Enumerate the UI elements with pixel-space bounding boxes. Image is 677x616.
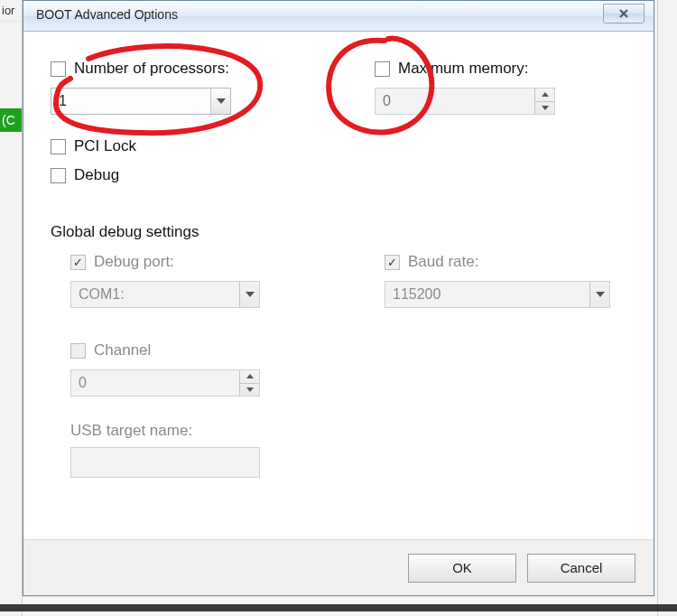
pci-lock-checkbox-row[interactable]: PCI Lock (51, 135, 302, 158)
dialog-button-bar: OK Cancel (23, 539, 654, 595)
channel-label: Channel (94, 341, 151, 359)
usb-target-input (70, 447, 260, 478)
spin-down-button (240, 384, 259, 397)
spin-up-button[interactable] (535, 89, 554, 102)
chevron-up-icon (246, 374, 254, 378)
ok-button[interactable]: OK (408, 554, 516, 583)
num-processors-combo[interactable]: 1 (51, 88, 231, 115)
chevron-down-icon (246, 387, 254, 392)
max-memory-value: 0 (383, 93, 391, 109)
num-processors-label: Number of processors: (74, 60, 229, 78)
baud-rate-label: Baud rate: (408, 253, 478, 271)
pci-lock-checkbox[interactable] (51, 139, 66, 154)
num-processors-checkbox[interactable] (51, 61, 66, 77)
baud-rate-combo: 115200 (385, 281, 610, 308)
titlebar[interactable]: BOOT Advanced Options (23, 1, 654, 32)
obscured-left-strip: ior (0, 0, 23, 616)
global-debug-heading: Global debug settings (51, 223, 626, 241)
max-memory-group: Maximum memory: 0 (375, 57, 626, 187)
baud-rate-checkbox (385, 255, 400, 270)
pci-lock-label: PCI Lock (74, 137, 136, 155)
spin-up-button (240, 370, 259, 384)
baud-rate-group: Baud rate: 115200 (385, 250, 626, 478)
chevron-down-icon[interactable] (210, 89, 230, 114)
debug-port-value: COM1: (79, 286, 125, 303)
num-processors-group: Number of processors: 1 PCI Lock (51, 57, 302, 187)
debug-checkbox-row[interactable]: Debug (51, 163, 302, 187)
debug-port-label: Debug port: (94, 253, 174, 271)
debug-port-combo: COM1: (70, 281, 260, 308)
chevron-down-icon (589, 282, 609, 307)
obscured-green-accent: (C (0, 108, 22, 132)
max-memory-checkbox-row[interactable]: Maximum memory: (375, 57, 626, 80)
channel-checkbox (70, 343, 86, 359)
debug-port-group: Debug port: COM1: Channel (70, 250, 312, 478)
max-memory-label: Maximum memory: (398, 60, 529, 78)
max-memory-spinner[interactable]: 0 (375, 88, 555, 115)
debug-port-checkbox (70, 255, 86, 270)
boot-advanced-options-dialog: BOOT Advanced Options Number of processo… (23, 0, 654, 596)
dialog-title: BOOT Advanced Options (36, 7, 178, 22)
obscured-right-strip (657, 0, 677, 616)
chevron-up-icon (542, 92, 549, 97)
cancel-button[interactable]: Cancel (527, 554, 635, 583)
obscured-bottom-bar (0, 604, 677, 611)
chevron-down-icon (239, 282, 259, 307)
usb-target-label: USB target name: (70, 422, 312, 440)
close-icon (618, 8, 629, 19)
chevron-down-icon (542, 106, 549, 110)
max-memory-checkbox[interactable] (375, 61, 390, 77)
debug-label: Debug (74, 166, 119, 184)
baud-rate-value: 115200 (393, 286, 441, 303)
spin-down-button[interactable] (535, 102, 554, 115)
debug-checkbox[interactable] (51, 168, 66, 183)
channel-spinner: 0 (70, 369, 260, 397)
dialog-client-area: Number of processors: 1 PCI Lock (23, 32, 654, 595)
baud-rate-checkbox-row: Baud rate: (385, 250, 626, 274)
channel-checkbox-row: Channel (70, 339, 312, 362)
num-processors-value: 1 (59, 93, 67, 109)
close-button[interactable] (603, 4, 645, 23)
debug-port-checkbox-row: Debug port: (70, 250, 312, 274)
channel-value: 0 (79, 375, 87, 391)
num-processors-checkbox-row[interactable]: Number of processors: (51, 57, 302, 80)
